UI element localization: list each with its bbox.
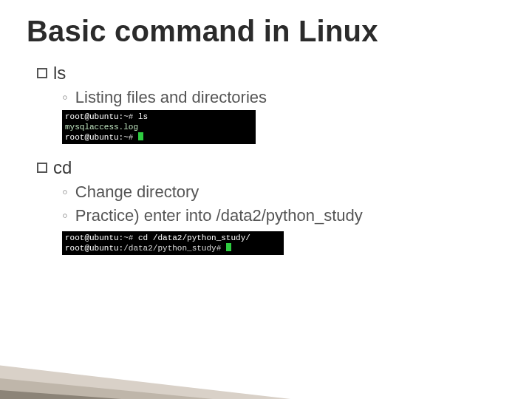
svg-marker-2: [0, 388, 222, 399]
term-prompt: root@ubuntu:: [65, 112, 123, 121]
terminal-ls: root@ubuntu:~# ls mysqlaccess.log root@u…: [62, 110, 256, 144]
slide: Basic command in Linux ls ◦ Listing file…: [0, 0, 532, 399]
sub-cd-1: ◦ Practice) enter into /data2/python_stu…: [62, 206, 505, 225]
bullet-cd: cd ◦ Change directory ◦ Practice) enter …: [37, 157, 505, 255]
sub-cd-0: ◦ Change directory: [62, 183, 505, 202]
chevron-icon: ◦: [62, 183, 68, 202]
bullet-box-icon: [37, 68, 47, 78]
cursor-icon: [226, 243, 231, 251]
chevron-icon: ◦: [62, 88, 68, 107]
bullet-box-icon: [37, 163, 47, 173]
bullet-head-cd: cd: [37, 157, 505, 178]
slide-title: Basic command in Linux: [27, 15, 505, 48]
term-prompt: root@ubuntu:: [65, 244, 123, 253]
decorative-wedge-icon: [0, 318, 355, 399]
term-path: ~#: [123, 133, 133, 142]
term-output: mysqlaccess.log: [65, 123, 138, 132]
chevron-icon: ◦: [62, 206, 68, 225]
term-path: ~#: [123, 233, 133, 242]
term-cmd: ls: [133, 112, 148, 121]
term-path: /data2/python_study#: [123, 244, 221, 253]
cursor-icon: [138, 132, 143, 140]
bullet-cmd: cd: [53, 157, 72, 178]
bullet-cmd: ls: [53, 63, 66, 83]
sub-text: Listing files and directories: [75, 88, 267, 107]
bullet-head-ls: ls: [37, 63, 505, 83]
svg-marker-0: [0, 362, 355, 399]
sub-text: Change directory: [75, 183, 200, 202]
term-prompt: root@ubuntu:: [65, 233, 123, 242]
term-prompt: root@ubuntu:: [65, 133, 123, 142]
sub-text: Practice) enter into /data2/python_study: [75, 206, 363, 225]
bullet-ls: ls ◦ Listing files and directories root@…: [37, 63, 505, 144]
terminal-cd: root@ubuntu:~# cd /data2/python_study/ r…: [62, 231, 284, 255]
term-path: ~#: [123, 112, 133, 121]
term-cmd: cd /data2/python_study/: [133, 233, 250, 242]
svg-marker-1: [0, 375, 288, 399]
sub-ls-0: ◦ Listing files and directories: [62, 88, 505, 107]
